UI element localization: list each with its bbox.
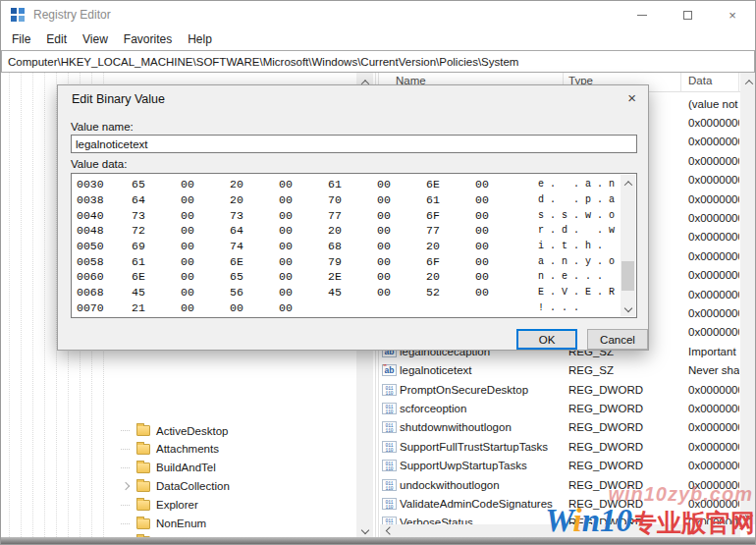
value-name-label: Value name: [71, 121, 134, 133]
hex-row[interactable]: 00386400200070006100d . . p . a . [75, 192, 619, 208]
hex-offset: 0038 [75, 193, 132, 206]
hex-row[interactable]: 007021000000! . . . [75, 300, 619, 316]
scroll-up-icon[interactable] [621, 176, 635, 191]
value-name-cell: legalnoticetext [400, 364, 565, 376]
hex-byte: 00 [181, 240, 230, 252]
list-vertical-scrollbar[interactable] [740, 73, 756, 524]
scroll-down-icon[interactable] [740, 507, 756, 523]
menu-help[interactable]: Help [180, 29, 220, 49]
value-data-cell: (value not set) [688, 98, 739, 110]
value-data-label: Value data: [71, 158, 127, 170]
hex-byte: 00 [279, 240, 328, 252]
value-data-cell: 0x00000000 [688, 212, 739, 224]
value-data-cell: 0x00000000 [688, 193, 739, 205]
column-header-data[interactable]: Data [688, 75, 712, 86]
cancel-button[interactable]: Cancel [587, 329, 648, 350]
hex-byte: 00 [279, 286, 328, 299]
table-row[interactable]: 011 110SupportFullTrustStartupTasksREG_D… [380, 437, 740, 456]
value-name-input[interactable] [71, 135, 637, 153]
tree-connector [121, 430, 130, 431]
hex-ascii: r . d . . w . [524, 225, 626, 236]
menu-file[interactable]: File [4, 29, 38, 49]
hex-byte: 45 [132, 286, 181, 299]
value-data-cell: 0x0000000 [688, 384, 739, 396]
value-type-cell: REG_DWORD [568, 460, 678, 471]
scroll-down-icon[interactable] [356, 521, 373, 538]
scroll-up-icon[interactable] [740, 74, 756, 90]
hex-editor[interactable]: 00306500200061006E00e . . a . n .0038640… [71, 173, 637, 318]
title-bar: Registry Editor × [1, 1, 755, 28]
dialog-close-icon[interactable]: × [627, 89, 636, 106]
hex-byte: 00 [279, 193, 328, 206]
hex-byte: 6F [426, 255, 475, 268]
folder-icon [136, 425, 150, 436]
chevron-right-icon[interactable] [122, 482, 130, 490]
hex-byte: 00 [377, 209, 426, 222]
table-row[interactable]: 011 110scforceoptionREG_DWORD0x0000000 [380, 399, 740, 417]
menu-favorites[interactable]: Favorites [116, 29, 180, 49]
hex-byte: 00 [181, 270, 230, 283]
scroll-down-icon[interactable] [621, 300, 635, 315]
hex-byte: 6E [426, 178, 475, 191]
value-data-cell: 0x00000000 [688, 289, 739, 300]
table-row[interactable]: 011 110shutdownwithoutlogonREG_DWORD0x00… [380, 418, 740, 437]
address-bar[interactable]: Computer\HKEY_LOCAL_MACHINE\SOFTWARE\Mic… [1, 50, 755, 73]
hex-byte: 00 [475, 224, 524, 237]
ok-button[interactable]: OK [516, 329, 577, 350]
hex-byte: 20 [328, 224, 377, 237]
table-row[interactable]: 011 110PromptOnSecureDesktopREG_DWORD0x0… [380, 380, 740, 399]
value-data-cell: 0x00000000 [688, 326, 739, 338]
value-type-cell: REG_SZ [568, 364, 678, 376]
value-type-cell: REG_DWORD [568, 441, 678, 453]
maximize-button[interactable] [665, 1, 710, 28]
tree-connector [121, 449, 130, 450]
hex-byte: 00 [475, 286, 524, 299]
address-path: Computer\HKEY_LOCAL_MACHINE\SOFTWARE\Mic… [8, 56, 518, 68]
close-button[interactable]: × [710, 1, 755, 28]
hex-row[interactable]: 00306500200061006E00e . . a . n . [75, 177, 619, 192]
hex-ascii: i . t . h . . [524, 241, 626, 251]
minimize-button[interactable] [620, 1, 665, 28]
hex-byte: 79 [328, 255, 377, 268]
hex-byte: 00 [475, 240, 524, 252]
hex-row[interactable]: 00487200640020007700r . d . . w . [75, 223, 619, 239]
menu-edit[interactable]: Edit [38, 29, 75, 49]
hex-row[interactable]: 005861006E0079006F00a . n . y . o . [75, 253, 619, 269]
hex-byte: 00 [181, 286, 230, 299]
hex-byte: 52 [426, 286, 475, 299]
tree-item-label: Explorer [153, 498, 201, 512]
hex-byte: 65 [132, 178, 181, 191]
hex-byte: 00 [181, 224, 230, 237]
menu-view[interactable]: View [75, 29, 116, 49]
hex-row[interactable]: 00684500560045005200E . V . E . R . [75, 285, 619, 300]
hex-offset: 0030 [75, 178, 132, 191]
hex-byte: 72 [132, 224, 181, 237]
value-name-cell: ValidateAdminCodeSignatures [400, 498, 565, 510]
close-icon: × [729, 9, 736, 22]
value-type-cell: REG_DWORD [568, 479, 678, 491]
folder-icon [136, 481, 150, 492]
value-data-cell: 0x0000000 [688, 498, 739, 510]
hex-ascii: s . s . w . o . [524, 210, 626, 221]
table-row[interactable]: 011 110SupportUwpStartupTasksREG_DWORD0x… [380, 457, 740, 475]
hex-scrollbar[interactable] [621, 175, 635, 316]
hex-byte: 77 [426, 224, 475, 237]
hex-row[interactable]: 00506900740068002000i . t . h . . [75, 239, 619, 254]
tree-connector [121, 523, 130, 524]
hex-row[interactable]: 00407300730077006F00s . s . w . o . [75, 207, 619, 223]
maximize-icon [683, 11, 692, 20]
dialog-title: Edit Binary Value [72, 92, 165, 106]
reg-sz-icon: ab [382, 364, 397, 376]
table-row[interactable]: 011 110undockwithoutlogonREG_DWORD0x0000… [380, 475, 740, 494]
table-row[interactable]: 011 110ValidateAdminCodeSignaturesREG_DW… [380, 494, 740, 513]
scrollbar-thumb[interactable] [621, 261, 634, 291]
table-row[interactable]: ablegalnoticetextREG_SZNever sha [380, 361, 740, 380]
hex-byte: 61 [426, 193, 475, 206]
hex-offset: 0068 [75, 286, 132, 299]
hex-byte: 61 [328, 178, 377, 191]
column-separator[interactable] [738, 73, 739, 92]
hex-row[interactable]: 00606E0065002E002000n . e . . . . [75, 269, 619, 285]
hex-byte: 68 [328, 240, 377, 252]
column-separator[interactable] [680, 73, 681, 92]
value-data-cell: 0x0000000 [688, 460, 739, 471]
